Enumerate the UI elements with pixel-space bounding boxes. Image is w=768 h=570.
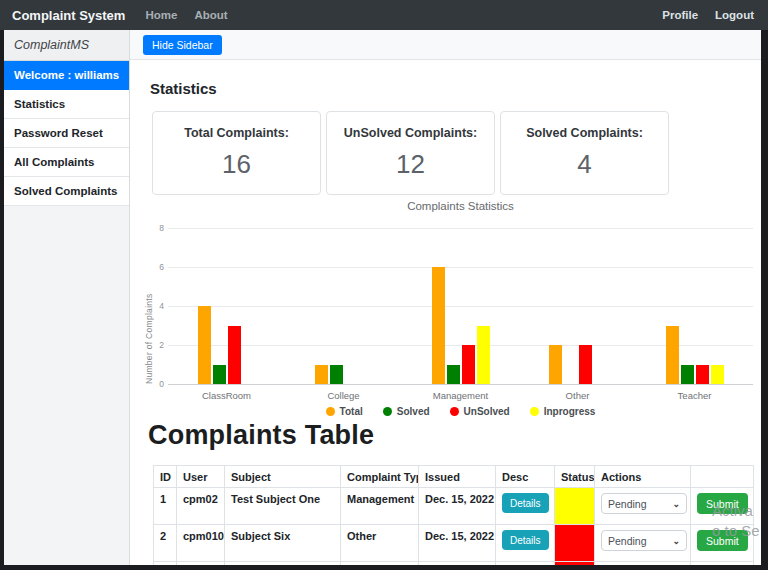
sidebar-item-all-complaints[interactable]: All Complaints	[4, 148, 129, 177]
status-indicator-cell	[555, 562, 595, 566]
nav-link-logout[interactable]: Logout	[715, 9, 754, 21]
status-select[interactable]: Pending⌄	[601, 530, 687, 551]
chart-title: Complaints Statistics	[168, 200, 753, 212]
cell-desc: Details	[496, 488, 555, 525]
bar-total-classroom	[198, 306, 211, 384]
app-brand[interactable]: Complaint System	[12, 8, 125, 23]
bar-inprogress-teacher	[711, 365, 724, 385]
legend-item-total[interactable]: Total	[326, 406, 363, 417]
submit-button[interactable]: Submit	[697, 530, 748, 551]
bar-unsolved-classroom	[228, 326, 241, 385]
sidebar-item-welcome-williams[interactable]: Welcome : williams	[4, 61, 129, 90]
bar-total-college	[315, 365, 328, 385]
hide-sidebar-button[interactable]: Hide Sidebar	[143, 35, 222, 55]
table-body: 1cpm02Test Subject OneManagementDec. 15,…	[154, 488, 754, 566]
table-header-cell: Actions	[595, 466, 691, 488]
x-tick-label: Other	[519, 390, 636, 401]
stat-cards: Total Complaints:16UnSolved Complaints:1…	[152, 111, 669, 195]
y-tick-label: 4	[130, 301, 164, 311]
legend-item-solved[interactable]: Solved	[383, 406, 430, 417]
stat-card-label: Total Complaints:	[153, 126, 320, 140]
y-tick-label: 8	[130, 223, 164, 233]
x-tick-label: College	[285, 390, 402, 401]
stat-card: UnSolved Complaints:12	[326, 111, 495, 195]
cell-complaint-type: Other	[341, 525, 419, 562]
inprogress-legend-dot-icon	[530, 407, 539, 416]
cell-complaint-type: Management	[341, 488, 419, 525]
table-header-cell: Subject	[225, 466, 341, 488]
bar-solved-teacher	[681, 365, 694, 385]
solved-legend-dot-icon	[383, 407, 392, 416]
bar-group-classroom	[168, 228, 285, 384]
cell-subject: Test Subject One	[225, 488, 341, 525]
chevron-down-icon: ⌄	[672, 499, 680, 509]
sidebar-item-solved-complaints[interactable]: Solved Complaints	[4, 177, 129, 206]
legend-label: Solved	[397, 406, 430, 417]
stat-card-value: 4	[501, 149, 668, 180]
table-header-cell: Desc	[496, 466, 555, 488]
cell-issued: Dec. 15, 2022	[419, 525, 496, 562]
nav-right-links: ProfileLogout	[662, 9, 756, 21]
cell-user: cpm010	[177, 562, 225, 566]
sidebar-title: ComplaintMS	[4, 30, 129, 61]
legend-item-inprogress[interactable]: Inprogress	[530, 406, 596, 417]
cell-submit: Submit	[691, 525, 754, 562]
cell-subject: Subject Seven	[225, 562, 341, 566]
y-tick-label: 6	[130, 262, 164, 272]
bar-inprogress-management	[477, 326, 490, 385]
status-indicator-cell	[555, 525, 595, 562]
status-select[interactable]: Pending⌄	[601, 493, 687, 514]
bar-solved-college	[330, 365, 343, 385]
cell-desc: Details	[496, 525, 555, 562]
x-tick-label: Management	[402, 390, 519, 401]
bar-solved-management	[447, 365, 460, 385]
cell-subject: Subject Six	[225, 525, 341, 562]
statistics-heading: Statistics	[150, 80, 217, 97]
table-row: 2cpm010Subject SixOtherDec. 15, 2022Deta…	[154, 525, 754, 562]
stat-card-label: UnSolved Complaints:	[327, 126, 494, 140]
nav-link-about[interactable]: About	[194, 9, 227, 21]
table-header-cell: Complaint Type	[341, 466, 419, 488]
cell-complaint-type: Management	[341, 562, 419, 566]
gridline-0	[168, 384, 753, 385]
details-button[interactable]: Details	[502, 493, 549, 513]
legend-label: Inprogress	[544, 406, 596, 417]
cell-user: cpm02	[177, 488, 225, 525]
nav-link-home[interactable]: Home	[145, 9, 177, 21]
legend-item-unsolved[interactable]: UnSolved	[450, 406, 510, 417]
details-button[interactable]: Details	[502, 530, 549, 550]
bar-solved-classroom	[213, 365, 226, 385]
table-row: 3cpm010Subject SevenManagementDec. 15, 2…	[154, 562, 754, 566]
page-body: ComplaintMS Welcome : williamsStatistics…	[4, 30, 761, 565]
cell-issued: Dec. 15, 2022	[419, 562, 496, 566]
bar-unsolved-teacher	[696, 365, 709, 385]
table-header-cell	[691, 466, 754, 488]
table-row: 1cpm02Test Subject OneManagementDec. 15,…	[154, 488, 754, 525]
sidebar-item-statistics[interactable]: Statistics	[4, 90, 129, 119]
table-header-row: IDUserSubjectComplaint TypeIssuedDescSta…	[154, 466, 754, 488]
cell-issued: Dec. 15, 2022	[419, 488, 496, 525]
submit-button[interactable]: Submit	[697, 493, 748, 514]
legend-label: Total	[340, 406, 363, 417]
stat-card-value: 16	[153, 149, 320, 180]
cell-submit: Submit	[691, 562, 754, 566]
top-navbar: Complaint System HomeAbout ProfileLogout	[0, 0, 768, 30]
sidebar-item-password-reset[interactable]: Password Reset	[4, 119, 129, 148]
cell-submit: Submit	[691, 488, 754, 525]
table-header-cell: Issued	[419, 466, 496, 488]
cell-actions: Pending⌄	[595, 562, 691, 566]
bar-total-other	[549, 345, 562, 384]
chart-bar-groups	[168, 228, 753, 384]
chevron-down-icon: ⌄	[672, 536, 680, 546]
screen: Complaint System HomeAbout ProfileLogout…	[0, 0, 768, 570]
stat-card-value: 12	[327, 149, 494, 180]
bar-group-college	[285, 228, 402, 384]
chart-legend: TotalSolvedUnSolvedInprogress	[168, 406, 753, 417]
cell-actions: Pending⌄	[595, 488, 691, 525]
bar-total-management	[432, 267, 445, 384]
total-legend-dot-icon	[326, 407, 335, 416]
nav-link-profile[interactable]: Profile	[662, 9, 698, 21]
cell-id: 1	[154, 488, 177, 525]
cell-actions: Pending⌄	[595, 525, 691, 562]
x-tick-label: Teacher	[636, 390, 753, 401]
